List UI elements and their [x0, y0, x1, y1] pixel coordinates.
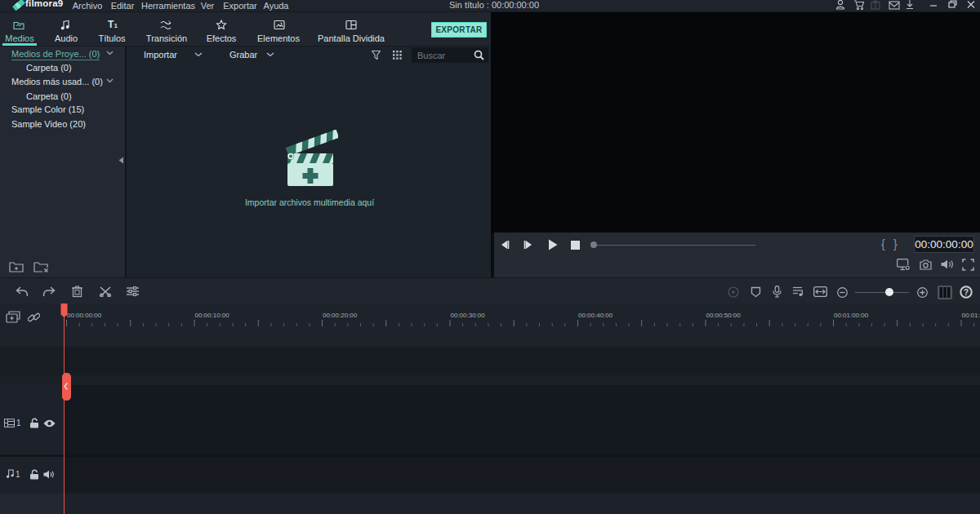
svg-text:?: ? [964, 288, 969, 297]
